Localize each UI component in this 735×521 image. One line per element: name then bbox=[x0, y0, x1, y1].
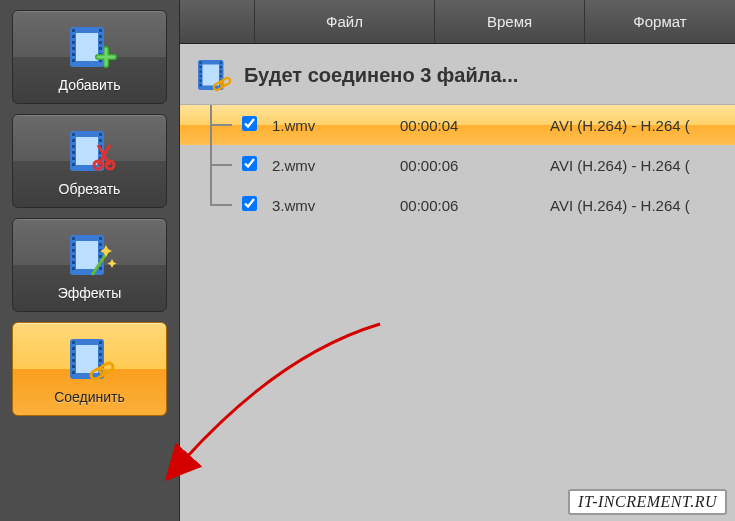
svg-rect-72 bbox=[220, 75, 222, 77]
svg-rect-21 bbox=[72, 163, 75, 166]
film-link-icon bbox=[62, 335, 118, 383]
svg-rect-20 bbox=[72, 157, 75, 160]
svg-rect-16 bbox=[72, 133, 75, 136]
svg-rect-17 bbox=[72, 139, 75, 142]
svg-rect-41 bbox=[99, 255, 102, 258]
add-label: Добавить bbox=[59, 77, 121, 93]
cut-button[interactable]: Обрезать bbox=[12, 114, 167, 208]
svg-rect-1 bbox=[76, 33, 98, 61]
svg-rect-66 bbox=[200, 75, 202, 77]
svg-rect-36 bbox=[72, 261, 75, 264]
svg-rect-68 bbox=[200, 84, 202, 86]
svg-rect-7 bbox=[72, 59, 75, 62]
svg-rect-23 bbox=[99, 139, 102, 142]
svg-rect-67 bbox=[200, 80, 202, 82]
file-name: 3.wmv bbox=[266, 197, 400, 214]
svg-rect-9 bbox=[99, 35, 102, 38]
film-link-icon bbox=[192, 54, 234, 96]
file-time: 00:00:04 bbox=[400, 117, 550, 134]
tree-connector bbox=[180, 185, 242, 225]
column-headers: Файл Время Формат bbox=[180, 0, 735, 44]
file-format: AVI (H.264) - H.264 ( bbox=[550, 117, 735, 134]
svg-rect-33 bbox=[72, 243, 75, 246]
file-name: 1.wmv bbox=[266, 117, 400, 134]
file-checkbox[interactable] bbox=[242, 116, 257, 131]
svg-rect-5 bbox=[72, 47, 75, 50]
effects-label: Эффекты bbox=[58, 285, 122, 301]
svg-rect-2 bbox=[72, 29, 75, 32]
svg-rect-49 bbox=[72, 353, 75, 356]
svg-rect-63 bbox=[200, 62, 202, 64]
cut-label: Обрезать bbox=[59, 181, 121, 197]
tree-connector bbox=[180, 145, 242, 185]
file-time: 00:00:06 bbox=[400, 197, 550, 214]
main-panel: Файл Время Формат bbox=[180, 0, 735, 521]
svg-rect-64 bbox=[200, 66, 202, 68]
file-row[interactable]: 3.wmv 00:00:06 AVI (H.264) - H.264 ( bbox=[180, 185, 735, 225]
svg-rect-43 bbox=[99, 267, 102, 270]
svg-rect-55 bbox=[99, 353, 102, 356]
svg-rect-6 bbox=[72, 53, 75, 56]
film-wand-icon bbox=[62, 231, 118, 279]
svg-rect-71 bbox=[220, 71, 222, 73]
file-list: 1.wmv 00:00:04 AVI (H.264) - H.264 ( 2.w… bbox=[180, 105, 735, 225]
group-title: Будет соединено 3 файла... bbox=[244, 64, 518, 87]
svg-rect-56 bbox=[99, 359, 102, 362]
svg-rect-34 bbox=[72, 249, 75, 252]
file-format: AVI (H.264) - H.264 ( bbox=[550, 197, 735, 214]
svg-rect-22 bbox=[99, 133, 102, 136]
svg-rect-65 bbox=[200, 71, 202, 73]
file-row[interactable]: 2.wmv 00:00:06 AVI (H.264) - H.264 ( bbox=[180, 145, 735, 185]
svg-rect-69 bbox=[220, 62, 222, 64]
svg-rect-52 bbox=[72, 371, 75, 374]
svg-rect-11 bbox=[99, 47, 102, 50]
svg-rect-19 bbox=[72, 151, 75, 154]
file-checkbox[interactable] bbox=[242, 156, 257, 171]
join-label: Соединить bbox=[54, 389, 125, 405]
svg-rect-53 bbox=[99, 341, 102, 344]
svg-rect-31 bbox=[76, 241, 98, 269]
svg-rect-18 bbox=[72, 145, 75, 148]
svg-rect-51 bbox=[72, 365, 75, 368]
file-name: 2.wmv bbox=[266, 157, 400, 174]
svg-rect-62 bbox=[203, 65, 220, 86]
svg-rect-39 bbox=[99, 243, 102, 246]
svg-rect-3 bbox=[72, 35, 75, 38]
svg-rect-50 bbox=[72, 359, 75, 362]
svg-rect-70 bbox=[220, 66, 222, 68]
header-format[interactable]: Формат bbox=[585, 0, 735, 43]
sidebar: Добавить Обрезать bbox=[0, 0, 180, 521]
svg-rect-38 bbox=[99, 237, 102, 240]
join-button[interactable]: Соединить bbox=[12, 322, 167, 416]
header-file[interactable]: Файл bbox=[255, 0, 435, 43]
svg-rect-47 bbox=[72, 341, 75, 344]
svg-rect-46 bbox=[76, 345, 98, 373]
file-content: Будет соединено 3 файла... 1.wmv 00:00:0… bbox=[180, 44, 735, 521]
svg-rect-8 bbox=[99, 29, 102, 32]
tree-connector bbox=[180, 105, 242, 145]
svg-rect-35 bbox=[72, 255, 75, 258]
effects-button[interactable]: Эффекты bbox=[12, 218, 167, 312]
svg-rect-54 bbox=[99, 347, 102, 350]
watermark: IT-INCREMENT.RU bbox=[568, 489, 727, 515]
film-plus-icon bbox=[62, 23, 118, 71]
group-header[interactable]: Будет соединено 3 файла... bbox=[180, 44, 735, 105]
film-scissors-icon bbox=[62, 127, 118, 175]
svg-rect-4 bbox=[72, 41, 75, 44]
file-format: AVI (H.264) - H.264 ( bbox=[550, 157, 735, 174]
file-time: 00:00:06 bbox=[400, 157, 550, 174]
svg-rect-10 bbox=[99, 41, 102, 44]
header-time[interactable]: Время bbox=[435, 0, 585, 43]
file-row[interactable]: 1.wmv 00:00:04 AVI (H.264) - H.264 ( bbox=[180, 105, 735, 145]
svg-rect-32 bbox=[72, 237, 75, 240]
svg-rect-48 bbox=[72, 347, 75, 350]
annotation-arrow bbox=[160, 314, 400, 484]
file-checkbox[interactable] bbox=[242, 196, 257, 211]
svg-rect-37 bbox=[72, 267, 75, 270]
add-button[interactable]: Добавить bbox=[12, 10, 167, 104]
header-spacer bbox=[180, 0, 255, 43]
